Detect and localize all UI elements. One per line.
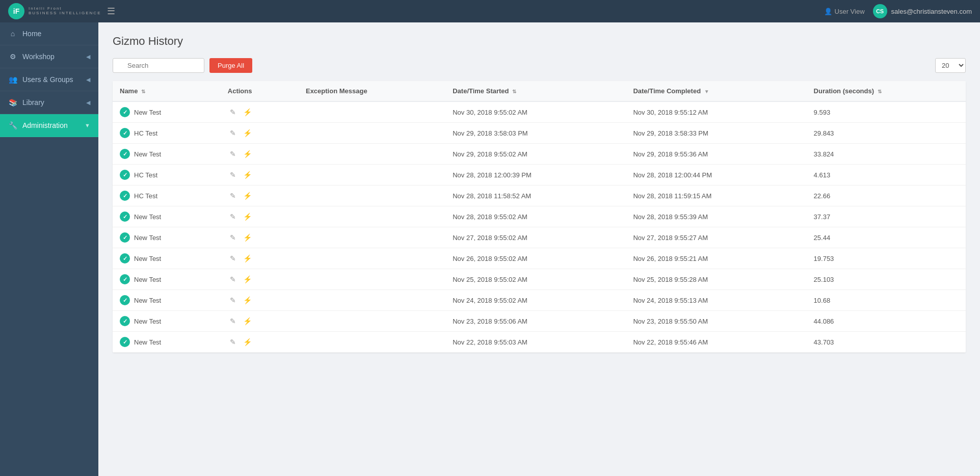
cell-date-started: Nov 25, 2018 9:55:02 AM <box>445 269 626 290</box>
run-button[interactable]: ⚡ <box>241 337 254 347</box>
cell-actions: ✎⚡ <box>221 123 299 144</box>
cell-exception <box>299 332 445 353</box>
cell-name: New Test <box>113 290 221 311</box>
cell-exception <box>299 144 445 165</box>
logo-text: Intelli Front BUSINESS INTELLIGENCE <box>29 7 101 16</box>
row-name: New Test <box>134 318 161 325</box>
edit-button[interactable]: ✎ <box>228 337 238 347</box>
cell-duration: 22.66 <box>807 186 966 206</box>
cell-duration: 9.593 <box>807 101 966 123</box>
col-duration[interactable]: Duration (seconds) ⇅ <box>807 81 966 101</box>
table-row: HC Test✎⚡Nov 28, 2018 11:58:52 AMNov 28,… <box>113 186 966 206</box>
edit-button[interactable]: ✎ <box>228 128 238 138</box>
cell-date-started: Nov 26, 2018 9:55:02 AM <box>445 248 626 269</box>
cell-name: New Test <box>113 227 221 248</box>
cell-duration: 25.44 <box>807 227 966 248</box>
run-button[interactable]: ⚡ <box>241 149 254 159</box>
edit-button[interactable]: ✎ <box>228 149 238 159</box>
chevron-icon: ◀ <box>86 99 90 106</box>
status-icon <box>120 232 130 243</box>
per-page-select: 10 20 50 100 <box>935 58 966 73</box>
row-name: New Test <box>134 255 161 262</box>
table-row: New Test✎⚡Nov 22, 2018 9:55:03 AMNov 22,… <box>113 332 966 353</box>
toolbar: 🔍 Purge All 10 20 50 100 <box>113 58 966 73</box>
cell-actions: ✎⚡ <box>221 290 299 311</box>
cell-exception <box>299 248 445 269</box>
cell-duration: 19.753 <box>807 248 966 269</box>
cell-date-started: Nov 24, 2018 9:55:02 AM <box>445 290 626 311</box>
run-button[interactable]: ⚡ <box>241 274 254 284</box>
user-view-icon: 👤 <box>824 8 832 15</box>
purge-all-button[interactable]: Purge All <box>209 58 252 73</box>
cell-duration: 25.103 <box>807 269 966 290</box>
hamburger-button[interactable]: ☰ <box>107 6 115 17</box>
cell-name: New Test <box>113 332 221 353</box>
user-view-link[interactable]: 👤 User View <box>824 8 865 15</box>
run-button[interactable]: ⚡ <box>241 253 254 263</box>
chevron-icon: ◀ <box>86 54 90 60</box>
cell-name: HC Test <box>113 123 221 144</box>
main-content: Gizmo History 🔍 Purge All 10 20 50 100 <box>98 22 980 476</box>
row-name: New Test <box>134 338 161 346</box>
col-date-completed[interactable]: Date/Time Completed ▼ <box>626 81 806 101</box>
cell-date-started: Nov 30, 2018 9:55:02 AM <box>445 101 626 123</box>
sidebar-item-library[interactable]: 📚 Library ◀ <box>0 91 98 114</box>
run-button[interactable]: ⚡ <box>241 232 254 243</box>
cell-exception <box>299 206 445 227</box>
sidebar-item-workshop[interactable]: ⚙ Workshop ◀ <box>0 45 98 68</box>
edit-button[interactable]: ✎ <box>228 253 238 263</box>
status-icon <box>120 253 130 263</box>
edit-button[interactable]: ✎ <box>228 295 238 305</box>
cell-exception <box>299 311 445 332</box>
cell-name: New Test <box>113 311 221 332</box>
status-icon <box>120 337 130 347</box>
edit-button[interactable]: ✎ <box>228 232 238 243</box>
cell-actions: ✎⚡ <box>221 269 299 290</box>
sidebar-item-home[interactable]: ⌂ Home <box>0 22 98 45</box>
chevron-down-icon: ▼ <box>85 122 90 128</box>
cell-date-started: Nov 23, 2018 9:55:06 AM <box>445 311 626 332</box>
cell-exception <box>299 123 445 144</box>
row-name: New Test <box>134 109 161 116</box>
table-row: New Test✎⚡Nov 27, 2018 9:55:02 AMNov 27,… <box>113 227 966 248</box>
col-name[interactable]: Name ⇅ <box>113 81 221 101</box>
run-button[interactable]: ⚡ <box>241 128 254 138</box>
cell-date-started: Nov 27, 2018 9:55:02 AM <box>445 227 626 248</box>
toolbar-left: 🔍 Purge All <box>113 58 252 73</box>
sidebar-item-users-groups[interactable]: 👥 Users & Groups ◀ <box>0 68 98 91</box>
sidebar-item-administration[interactable]: 🔧 Administration ▼ <box>0 114 98 137</box>
status-icon <box>120 211 130 222</box>
edit-button[interactable]: ✎ <box>228 170 238 180</box>
cell-duration: 4.613 <box>807 165 966 186</box>
status-icon <box>120 128 130 138</box>
edit-button[interactable]: ✎ <box>228 191 238 201</box>
cell-name: HC Test <box>113 186 221 206</box>
table-row: New Test✎⚡Nov 30, 2018 9:55:02 AMNov 30,… <box>113 101 966 123</box>
logo-icon: iF <box>8 3 24 19</box>
per-page-dropdown[interactable]: 10 20 50 100 <box>935 58 966 73</box>
search-input[interactable] <box>113 58 204 73</box>
edit-button[interactable]: ✎ <box>228 107 238 117</box>
run-button[interactable]: ⚡ <box>241 211 254 222</box>
edit-button[interactable]: ✎ <box>228 274 238 284</box>
status-icon <box>120 191 130 201</box>
table-row: New Test✎⚡Nov 25, 2018 9:55:02 AMNov 25,… <box>113 269 966 290</box>
edit-button[interactable]: ✎ <box>228 316 238 326</box>
header-left: iF Intelli Front BUSINESS INTELLIGENCE ☰ <box>8 3 115 19</box>
edit-button[interactable]: ✎ <box>228 211 238 222</box>
cell-actions: ✎⚡ <box>221 186 299 206</box>
table-row: HC Test✎⚡Nov 29, 2018 3:58:03 PMNov 29, … <box>113 123 966 144</box>
cell-date-completed: Nov 28, 2018 11:59:15 AM <box>626 186 806 206</box>
run-button[interactable]: ⚡ <box>241 295 254 305</box>
col-date-started[interactable]: Date/Time Started ⇅ <box>445 81 626 101</box>
run-button[interactable]: ⚡ <box>241 107 254 117</box>
cell-name: HC Test <box>113 165 221 186</box>
run-button[interactable]: ⚡ <box>241 316 254 326</box>
sort-icon-started: ⇅ <box>512 89 516 94</box>
run-button[interactable]: ⚡ <box>241 191 254 201</box>
cell-duration: 29.843 <box>807 123 966 144</box>
cell-date-started: Nov 28, 2018 9:55:02 AM <box>445 206 626 227</box>
workshop-icon: ⚙ <box>8 52 17 61</box>
run-button[interactable]: ⚡ <box>241 170 254 180</box>
cell-date-started: Nov 22, 2018 9:55:03 AM <box>445 332 626 353</box>
